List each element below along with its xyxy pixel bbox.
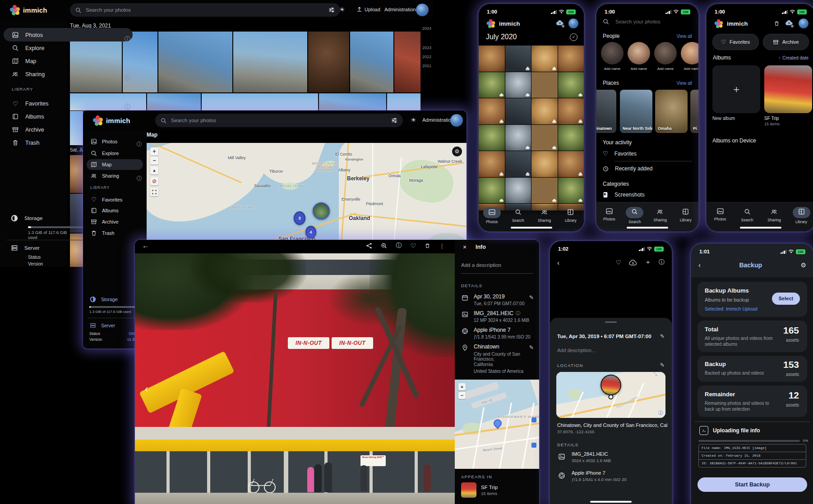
info-icon[interactable]: i [125, 104, 130, 110]
info-icon[interactable]: i [137, 176, 142, 181]
place-card[interactable]: Chinatown [596, 90, 616, 133]
person-item[interactable]: Add name [681, 42, 698, 75]
home-indicator[interactable] [590, 501, 632, 503]
sidebar-item-trash[interactable]: Trash [90, 230, 115, 236]
select-all-check-icon[interactable]: ✓ [570, 33, 577, 41]
tab-search[interactable]: Search [622, 207, 648, 224]
photo-thumbnail[interactable] [531, 178, 558, 204]
share-icon[interactable] [366, 243, 372, 249]
date-detail-row[interactable]: Apr 30, 2019 Tue, 6:07 PM GMT-07:00 [474, 293, 524, 306]
tab-photos[interactable]: Photos [479, 207, 505, 224]
map-settings-gear-icon[interactable]: ⚙ [452, 147, 462, 156]
photo-thumbnail[interactable] [233, 32, 307, 92]
settings-gear-icon[interactable]: ⚙ [800, 261, 806, 269]
photo-thumbnail[interactable] [387, 93, 420, 110]
upload-button[interactable]: Upload [356, 6, 380, 12]
sidebar-item-trash[interactable]: Trash [12, 139, 40, 146]
immich-logo[interactable]: immich [93, 115, 130, 125]
sidebar-item-map[interactable]: Map [90, 161, 111, 168]
sidebar-item-sharing[interactable]: Sharing [90, 173, 119, 179]
map-photo-marker[interactable] [313, 202, 330, 220]
map-zoom-in-button[interactable]: + [150, 147, 158, 156]
photo-thumbnail[interactable] [394, 32, 420, 92]
photo-thumbnail[interactable] [505, 98, 531, 124]
photo-thumbnail[interactable] [158, 32, 232, 92]
photo-thumbnail[interactable] [147, 93, 201, 110]
start-backup-button[interactable]: Start Backup [698, 477, 807, 492]
map-filter-off-button[interactable]: ⊘ [150, 177, 158, 185]
photo-thumbnail[interactable] [70, 111, 83, 145]
photo-thumbnail[interactable] [558, 72, 584, 98]
user-avatar[interactable] [416, 4, 429, 16]
favorites-button[interactable]: ♡ Favorites [712, 34, 759, 50]
map-compass-button[interactable]: ▲ [150, 166, 158, 174]
search-bar[interactable] [70, 3, 340, 17]
info-icon[interactable]: ⓘ [659, 258, 665, 266]
photo-thumbnail[interactable] [308, 32, 349, 92]
photo-thumbnail[interactable] [531, 125, 558, 151]
immich-logo[interactable]: immich [10, 5, 47, 15]
user-avatar[interactable] [568, 18, 578, 28]
back-chevron-icon[interactable]: ‹ [557, 259, 559, 266]
photo-thumbnail[interactable] [558, 178, 584, 204]
activity-recent-row[interactable]: Recently added [603, 165, 652, 172]
sidebar-item-photos[interactable]: Photos [12, 32, 43, 38]
photo-thumbnail[interactable] [531, 98, 558, 124]
map-zoom-out-button[interactable]: − [150, 156, 158, 165]
back-chevron-icon[interactable]: ‹ [698, 261, 701, 269]
user-avatar[interactable] [799, 18, 808, 28]
tab-search[interactable]: Search [734, 207, 761, 222]
photo-thumbnail[interactable] [202, 93, 318, 110]
search-input[interactable] [170, 117, 388, 124]
cloud-sync-icon[interactable] [556, 19, 564, 27]
previous-photo-chevron[interactable]: ‹ [145, 383, 148, 395]
tab-library[interactable]: Library [558, 207, 584, 223]
zoom-in-icon[interactable] [381, 243, 387, 249]
photo-thumbnail[interactable] [70, 155, 83, 193]
trash-icon[interactable] [425, 243, 430, 249]
sidebar-item-favorites[interactable]: ♡ Favorites [12, 100, 48, 107]
photo-thumbnail[interactable] [505, 125, 531, 151]
mini-map-zoom-out[interactable]: − [458, 392, 466, 399]
sidebar-item-photos[interactable]: Photos [90, 138, 117, 145]
scrubber-year[interactable]: 2021 [418, 64, 431, 68]
edit-location-pencil-icon[interactable]: ✎ [660, 362, 665, 368]
sidebar-item-albums[interactable]: Albums [12, 113, 44, 120]
favorite-heart-icon[interactable]: ♡ [410, 242, 416, 249]
place-card[interactable]: Pi [690, 90, 699, 133]
cloud-upload-icon[interactable] [629, 260, 637, 266]
sidebar-item-explore[interactable]: Explore [90, 150, 119, 156]
search-input[interactable] [85, 7, 325, 13]
file-info-icon[interactable]: ⓘ [516, 310, 520, 316]
info-mini-map[interactable]: Pier 45 FISHERMAN'S WHARF Beach Street +… [455, 380, 539, 469]
photo-thumbnail[interactable] [531, 151, 558, 177]
trash-icon[interactable] [774, 20, 780, 27]
close-icon[interactable]: × [463, 243, 467, 251]
scrubber-year[interactable]: 2023 [418, 46, 431, 50]
timeline-scrubber[interactable]: 2024 ··· 2023 · 2022 · 2021 [418, 26, 431, 68]
tab-sharing[interactable]: Sharing [761, 207, 788, 222]
photo-thumbnail[interactable] [558, 98, 584, 124]
sidebar-item-sharing[interactable]: Sharing [12, 71, 45, 78]
albums-sort-button[interactable]: ↑ Created date [778, 55, 808, 60]
photo-thumbnail[interactable] [505, 46, 531, 72]
cloud-sync-icon[interactable] [785, 19, 793, 27]
search-bar[interactable] [603, 18, 692, 25]
administration-link[interactable]: Administration [384, 7, 416, 12]
sidebar-item-archive[interactable]: Archive [12, 126, 44, 133]
people-view-all-link[interactable]: View all [677, 34, 692, 39]
map-info-icon[interactable]: ⓘ [658, 410, 663, 416]
photo-thumbnail[interactable] [350, 32, 393, 92]
sidebar-item-favorites[interactable]: ♡ Favorites [90, 196, 122, 203]
info-icon[interactable]: ⓘ [396, 242, 402, 250]
places-view-all-link[interactable]: View all [677, 81, 692, 86]
collapsed-photo-area[interactable] [550, 268, 672, 318]
map-fullscreen-button[interactable] [150, 188, 158, 196]
map-cluster-marker[interactable]: 3 [294, 211, 305, 225]
photo-thumbnail[interactable] [319, 93, 386, 110]
photo-thumbnail[interactable] [558, 125, 584, 151]
home-indicator[interactable] [627, 227, 668, 229]
photo-thumbnail[interactable] [558, 46, 584, 72]
description-input[interactable]: Add description... [557, 348, 596, 353]
tab-sharing[interactable]: Sharing [647, 207, 673, 222]
